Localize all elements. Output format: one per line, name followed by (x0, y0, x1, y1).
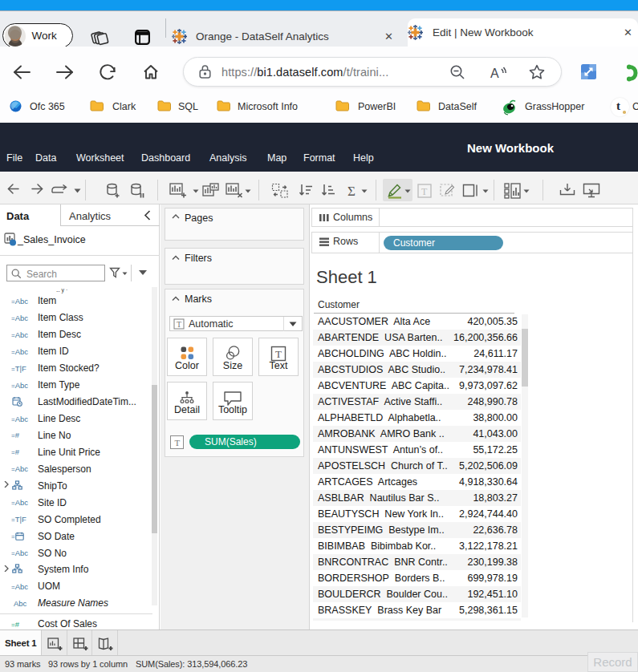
svg-text:T: T (175, 438, 181, 447)
svg-text:T: T (177, 320, 181, 329)
svg-text:Σ: Σ (347, 184, 356, 198)
svg-text:A: A (490, 67, 499, 80)
svg-text:T: T (275, 348, 282, 360)
svg-text:T: T (421, 186, 428, 197)
